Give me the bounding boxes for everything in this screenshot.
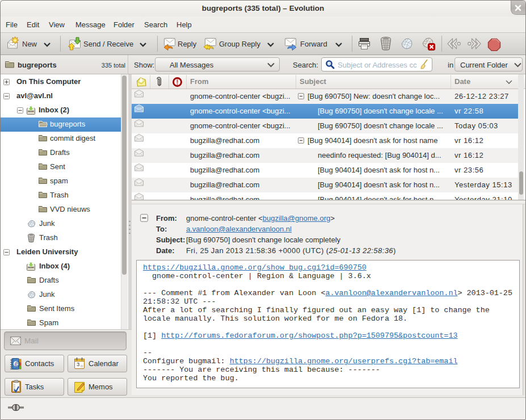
svg-text:3: 3 [77, 361, 79, 367]
svg-text:@: @ [14, 361, 20, 367]
